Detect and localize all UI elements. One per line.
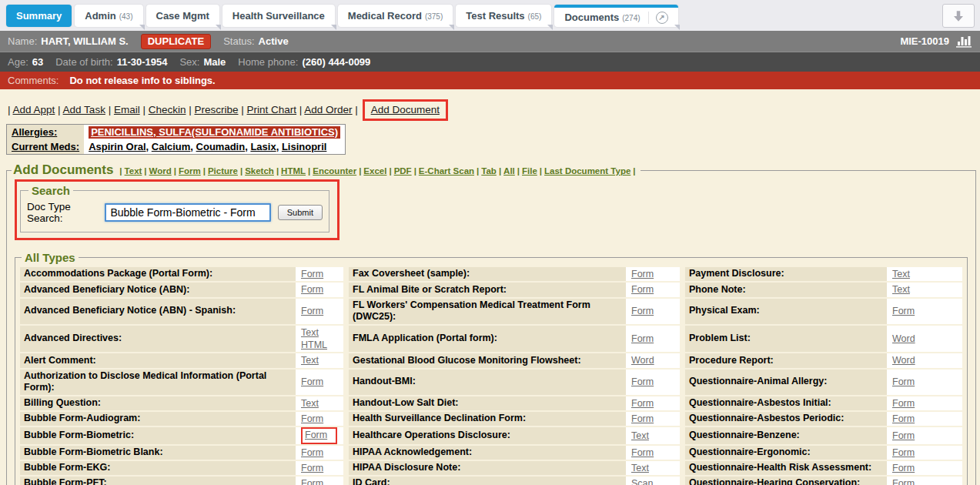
doc-type-name: HIPAA Disclosure Note: <box>349 461 626 475</box>
doc-format-link-form[interactable]: Form <box>892 478 915 485</box>
doc-type-format-cell: Form <box>887 477 962 485</box>
med-link-lisinopril[interactable]: Lisinopril <box>282 141 327 152</box>
doc-format-link-form[interactable]: Form <box>892 463 915 473</box>
add-order-link[interactable]: Add Order <box>304 104 352 115</box>
doc-format-link-form[interactable]: Form <box>301 463 323 473</box>
download-chart-button[interactable] <box>942 4 975 28</box>
open-documents-external-button[interactable]: ↗ <box>648 12 668 24</box>
doc-format-link-form[interactable]: Form <box>631 398 654 409</box>
filter-last-document-type-link[interactable]: Last Document Type <box>544 166 630 176</box>
filter-pdf-link[interactable]: PDF <box>394 166 412 176</box>
tab-label: Medical Record <box>348 10 422 22</box>
doc-format-link-form[interactable]: Form <box>892 413 915 424</box>
filter-html-link[interactable]: HTML <box>281 166 306 176</box>
doc-format-link-form[interactable]: Form <box>631 284 654 295</box>
tab-summary[interactable]: Summary <box>6 5 72 27</box>
duplicate-badge[interactable]: DUPLICATE <box>141 34 211 49</box>
doc-format-link-form[interactable]: Form <box>301 269 323 279</box>
doc-format-link-text[interactable]: Text <box>631 430 649 441</box>
tab-case-mgmt[interactable]: Case Mgmt <box>146 5 219 27</box>
doc-type-format-cell: Form <box>887 396 962 410</box>
doc-type-format-cell: Form <box>296 370 343 395</box>
allergies-link[interactable]: Allergies: <box>12 126 57 138</box>
tab-documents[interactable]: Documents(274)↗ <box>554 5 677 27</box>
print-chart-link[interactable]: Print Chart <box>247 104 297 115</box>
patient-comments-bar: Comments: Do not release info to sibling… <box>0 72 980 89</box>
doc-type-search-input[interactable] <box>105 203 270 222</box>
doc-format-link-form[interactable]: Form <box>892 398 915 409</box>
doc-format-link-form[interactable]: Form <box>892 430 915 441</box>
filter-text-link[interactable]: Text <box>125 166 142 176</box>
bar-chart-icon[interactable] <box>955 35 972 48</box>
tab-label: Health Surveillance <box>232 10 325 22</box>
doc-format-link-form[interactable]: Form <box>631 306 654 316</box>
med-link-aspirin-oral[interactable]: Aspirin Oral <box>89 141 145 152</box>
doc-format-link-scan[interactable]: Scan <box>631 478 654 485</box>
doc-format-link-form[interactable]: Form <box>892 306 915 316</box>
doc-format-link-word[interactable]: Word <box>892 355 915 366</box>
filter-encounter-link[interactable]: Encounter <box>313 166 356 176</box>
doc-format-link-form[interactable]: Form <box>631 413 654 424</box>
doc-format-link-form[interactable]: Form <box>631 376 654 387</box>
doc-format-link-form[interactable]: Form <box>301 376 323 387</box>
doc-format-link-text[interactable]: Text <box>301 355 319 366</box>
doc-type-name: Questionnaire-Health Risk Assessment: <box>685 461 887 475</box>
patient-name: HART, WILLIAM S. <box>41 35 128 47</box>
doc-format-link-text[interactable]: Text <box>301 398 319 409</box>
doc-format-link-form[interactable]: Form <box>631 333 654 344</box>
filter-tab-link[interactable]: Tab <box>481 166 497 176</box>
med-link-coumadin[interactable]: Coumadin <box>196 141 246 152</box>
doc-format-link-word[interactable]: Word <box>631 355 654 366</box>
doc-format-link-form[interactable]: Form <box>301 478 323 485</box>
column-gap <box>680 427 685 443</box>
tab-medical-record[interactable]: Medical Record(375) <box>338 5 453 27</box>
doc-type-table-row: Bubble Form-PFT:FormID Card:ScanQuestion… <box>20 477 962 485</box>
checkin-link[interactable]: Checkin <box>149 104 186 115</box>
filter-file-link[interactable]: File <box>522 166 537 176</box>
filter-picture-link[interactable]: Picture <box>208 166 238 176</box>
filter-all-link[interactable]: All <box>503 166 515 176</box>
doc-format-link-form[interactable]: Form <box>301 284 323 295</box>
add-task-link[interactable]: Add Task <box>63 104 105 115</box>
filter-excel-link[interactable]: Excel <box>363 166 386 176</box>
doc-format-link-text[interactable]: Text <box>301 327 319 338</box>
doc-type-search-label: Doc Type Search: <box>27 201 100 224</box>
tab-test-results[interactable]: Test Results(65) <box>456 5 551 27</box>
tab-health-surveillance[interactable]: Health Surveillance <box>222 5 335 27</box>
doc-format-link-form[interactable]: Form <box>631 447 654 458</box>
add-appt-link[interactable]: Add Appt <box>13 104 55 115</box>
doc-format-link-text[interactable]: Text <box>631 463 649 473</box>
filter-word-link[interactable]: Word <box>149 166 172 176</box>
doc-format-link-text[interactable]: Text <box>892 284 910 295</box>
email-link[interactable]: Email <box>114 104 140 115</box>
doc-format-link-form[interactable]: Form <box>892 447 915 458</box>
all-types-legend: All Types <box>22 251 79 264</box>
doc-format-link-form[interactable]: Form <box>631 269 654 279</box>
filter-form-link[interactable]: Form <box>179 166 201 176</box>
submit-button[interactable]: Submit <box>278 205 323 220</box>
allergy-value-link[interactable]: PENICILLINS, SULFA(SULFONAMIDE ANTIBIOTI… <box>89 126 340 139</box>
doc-type-format-cell: Form <box>887 412 962 426</box>
tab-admin[interactable]: Admin(43) <box>75 5 142 27</box>
doc-type-name: Questionnaire-Asbestos Initial: <box>685 396 887 410</box>
prescribe-link[interactable]: Prescribe <box>194 104 238 115</box>
doc-format-link-text[interactable]: Text <box>892 269 910 279</box>
doc-type-table-row: Accommodations Package (Portal Form):For… <box>20 267 962 281</box>
add-document-annotation-box: Add Document <box>363 99 448 121</box>
column-gap <box>343 477 349 485</box>
column-gap <box>343 370 349 395</box>
doc-format-link-form[interactable]: Form <box>892 376 915 387</box>
add-document-link[interactable]: Add Document <box>371 104 440 115</box>
current-meds-link[interactable]: Current Meds: <box>12 141 79 152</box>
doc-format-link-form[interactable]: Form <box>301 306 323 316</box>
doc-format-link-form[interactable]: Form <box>301 413 323 424</box>
filter-e-chart-scan-link[interactable]: E-Chart Scan <box>419 166 474 176</box>
doc-format-link-form[interactable]: Form <box>305 430 327 440</box>
filter-sketch-link[interactable]: Sketch <box>245 166 274 176</box>
doc-format-link-word[interactable]: Word <box>892 333 915 344</box>
doc-type-format-cell: Form <box>296 283 343 296</box>
med-link-calcium[interactable]: Calcium <box>152 141 191 152</box>
doc-format-link-form[interactable]: Form <box>301 447 323 458</box>
med-link-lasix[interactable]: Lasix <box>250 141 276 152</box>
doc-format-link-html[interactable]: HTML <box>301 340 327 350</box>
